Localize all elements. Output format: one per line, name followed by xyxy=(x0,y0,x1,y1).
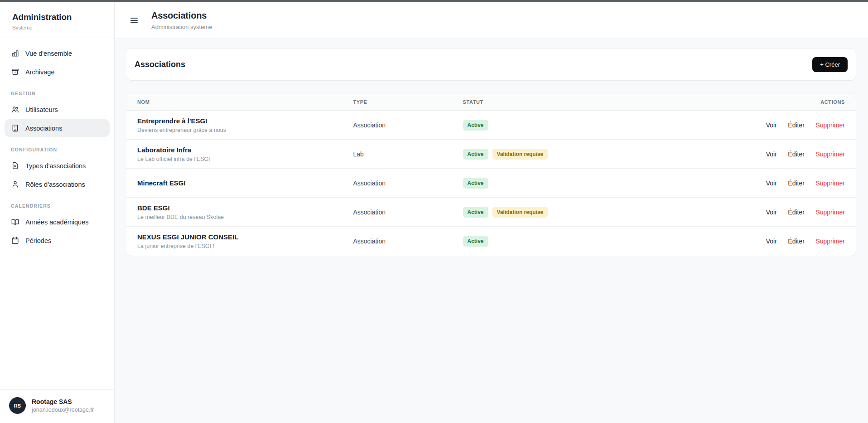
table-header-row: NOM TYPE STATUT ACTIONS xyxy=(126,93,856,111)
sidebar-item-academic-years[interactable]: Années académiques xyxy=(5,213,110,231)
page-subtitle: Administration système xyxy=(151,24,212,30)
calendar-icon xyxy=(11,236,19,245)
delete-link[interactable]: Supprimer xyxy=(815,209,845,216)
status-badge-active: Active xyxy=(463,207,488,218)
sidebar-subtitle: Système xyxy=(12,25,102,30)
sidebar-item-label: Utilisateurs xyxy=(25,106,58,113)
building-icon xyxy=(11,124,19,132)
table-row: Minecraft ESGI Association Active Voir É… xyxy=(126,169,856,198)
association-type: Association xyxy=(353,122,463,129)
associations-table: NOM TYPE STATUT ACTIONS Entreprendre à l… xyxy=(126,93,856,256)
delete-link[interactable]: Supprimer xyxy=(815,180,845,187)
association-type: Association xyxy=(353,209,463,216)
sidebar-item-users[interactable]: Utilisateurs xyxy=(5,101,110,118)
column-header-name: NOM xyxy=(137,99,353,105)
status-badge-active: Active xyxy=(463,236,488,247)
sidebar-section-configuration: CONFIGURATION xyxy=(5,147,110,152)
document-icon xyxy=(11,161,19,170)
bar-chart-icon xyxy=(11,49,19,58)
edit-link[interactable]: Éditer xyxy=(788,180,805,187)
column-header-status: STATUT xyxy=(463,99,732,105)
view-link[interactable]: Voir xyxy=(766,122,777,129)
status-badge-validation: Validation requise xyxy=(492,149,548,160)
main-header: Associations Administration système xyxy=(115,2,868,39)
sidebar-item-association-roles[interactable]: Rôles d'associations xyxy=(5,175,110,193)
main-area: Associations Administration système Asso… xyxy=(115,2,868,423)
sidebar-item-label: Années académiques xyxy=(25,219,88,226)
card-title: Associations xyxy=(135,60,185,69)
avatar: RS xyxy=(9,397,26,414)
sidebar-title: Administration xyxy=(12,12,102,22)
view-link[interactable]: Voir xyxy=(766,151,777,158)
sidebar: Administration Système Vue d'ensemble Ar xyxy=(0,2,115,423)
edit-link[interactable]: Éditer xyxy=(788,122,805,129)
user-name: Rootage SAS xyxy=(32,398,94,405)
sidebar-item-association-types[interactable]: Types d'associations xyxy=(5,157,110,175)
association-type: Association xyxy=(353,238,463,245)
app-window: Administration Système Vue d'ensemble Ar xyxy=(0,2,868,423)
archive-icon xyxy=(11,68,19,76)
table-row: Entreprendre à l'ESGI Deviens entreprene… xyxy=(126,111,856,140)
view-link[interactable]: Voir xyxy=(766,238,777,245)
edit-link[interactable]: Éditer xyxy=(788,151,805,158)
users-icon xyxy=(11,105,19,114)
hamburger-menu-icon[interactable] xyxy=(130,16,139,25)
sidebar-user-info: Rootage SAS johan.ledoux@rootage.fr xyxy=(32,398,94,413)
sidebar-section-calendriers: CALENDRIERS xyxy=(5,203,110,209)
edit-link[interactable]: Éditer xyxy=(788,209,805,216)
status-badge-validation: Validation requise xyxy=(492,207,548,218)
association-name: Laboratoire Infra xyxy=(137,146,353,154)
sidebar-user[interactable]: RS Rootage SAS johan.ledoux@rootage.fr xyxy=(0,389,114,423)
content: Associations + Créer NOM TYPE STATUT ACT… xyxy=(115,39,868,256)
status-badge-active: Active xyxy=(463,178,488,189)
user-email: johan.ledoux@rootage.fr xyxy=(32,407,94,413)
sidebar-item-label: Types d'associations xyxy=(25,162,86,170)
association-name: Minecraft ESGI xyxy=(137,179,353,187)
sidebar-item-overview[interactable]: Vue d'ensemble xyxy=(5,44,110,62)
page-title: Associations xyxy=(151,10,212,21)
association-type: Association xyxy=(353,180,463,187)
association-name: BDE ESGI xyxy=(137,204,353,212)
view-link[interactable]: Voir xyxy=(766,209,777,216)
sidebar-item-associations[interactable]: Associations xyxy=(5,119,110,137)
sidebar-item-label: Périodes xyxy=(25,237,51,244)
create-button[interactable]: + Créer xyxy=(812,57,848,72)
column-header-type: TYPE xyxy=(353,99,463,105)
column-header-actions: ACTIONS xyxy=(732,99,845,105)
sidebar-item-periods[interactable]: Périodes xyxy=(5,232,110,249)
associations-card-header: Associations + Créer xyxy=(126,48,856,81)
sidebar-section-gestion: GESTION xyxy=(5,91,110,96)
association-name: NEXUS ESGI JUNIOR CONSEIL xyxy=(137,233,353,241)
table-row: BDE ESGI Le meilleur BDE du réseau Skola… xyxy=(126,198,856,227)
association-description: Le Lab officiel infra de l'ESGI xyxy=(137,156,353,162)
association-description: La junior entreprise de l'ESGI ! xyxy=(137,243,353,249)
view-link[interactable]: Voir xyxy=(766,180,777,187)
association-description: Deviens entrepreneur grâce à nous xyxy=(137,127,353,133)
table-row: NEXUS ESGI JUNIOR CONSEIL La junior entr… xyxy=(126,227,856,256)
sidebar-item-label: Archivage xyxy=(25,68,54,76)
sidebar-item-label: Vue d'ensemble xyxy=(25,50,72,57)
association-name: Entreprendre à l'ESGI xyxy=(137,117,353,125)
table-row: Laboratoire Infra Le Lab officiel infra … xyxy=(126,140,856,169)
sidebar-item-label: Rôles d'associations xyxy=(25,181,85,188)
association-type: Lab xyxy=(353,151,463,158)
status-badge-active: Active xyxy=(463,120,488,131)
association-description: Le meilleur BDE du réseau Skolae xyxy=(137,214,353,220)
status-badge-active: Active xyxy=(463,149,488,160)
sidebar-brand: Administration Système xyxy=(0,2,114,38)
sidebar-item-label: Associations xyxy=(25,125,62,132)
user-icon xyxy=(11,180,19,189)
sidebar-item-archive[interactable]: Archivage xyxy=(5,63,110,81)
sidebar-nav: Vue d'ensemble Archivage GESTION Utilisa… xyxy=(0,38,114,389)
delete-link[interactable]: Supprimer xyxy=(815,151,845,158)
delete-link[interactable]: Supprimer xyxy=(815,238,845,245)
delete-link[interactable]: Supprimer xyxy=(815,122,845,129)
edit-link[interactable]: Éditer xyxy=(788,238,805,245)
book-open-icon xyxy=(11,218,19,226)
page-heading: Associations Administration système xyxy=(151,10,212,30)
